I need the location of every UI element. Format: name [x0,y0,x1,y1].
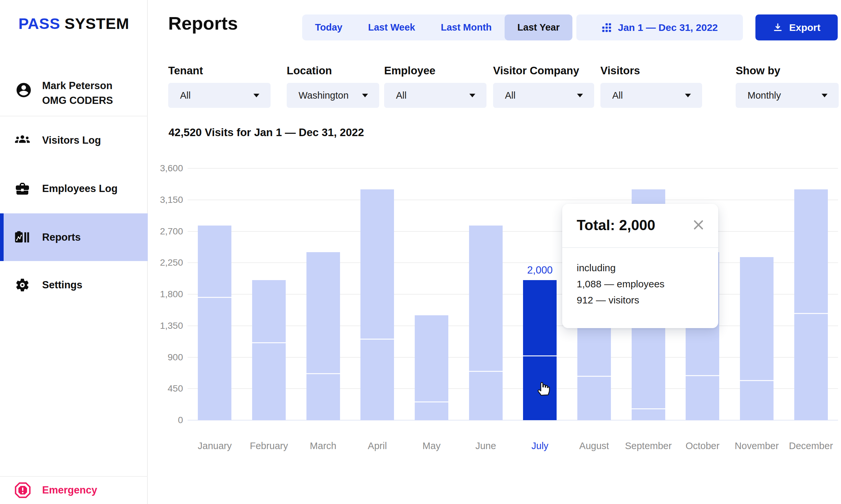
y-tick-label: 2,700 [128,226,183,237]
segment-divider [415,401,448,402]
tooltip-employees: 1,088 — employees [577,276,704,292]
segment-divider [632,408,665,409]
visitor-company-select[interactable]: All [493,83,594,108]
segment-divider [252,342,286,343]
sidebar-item-label: Reports [42,231,81,243]
sidebar-item-label: Visitors Log [42,134,101,146]
gridline [188,200,838,200]
download-icon [773,22,783,33]
bar-july[interactable] [523,280,556,420]
tab-today[interactable]: Today [302,15,355,40]
select-value: All [612,90,623,101]
segment-divider [523,355,556,356]
tab-last-month[interactable]: Last Month [428,15,504,40]
y-tick-label: 0 [128,415,183,426]
location-select[interactable]: Washington [287,83,379,108]
visits-summary: 42,520 Visits for Jan 1 — Dec 31, 2022 [169,126,364,139]
chevron-down-icon [469,94,475,97]
gear-icon [15,277,30,293]
segment-divider [306,373,340,374]
bar-may[interactable] [415,315,448,420]
sidebar-item-settings[interactable]: Settings [0,265,148,305]
tooltip-body: including 1,088 — employees 912 — visito… [562,248,718,308]
report-chart-icon [15,230,30,245]
filter-employee: Employee All [384,65,486,108]
sidebar-item-visitors-log[interactable]: Visitors Log [0,121,148,160]
filter-label: Tenant [168,65,271,77]
sidebar-item-reports[interactable]: Reports [0,213,148,261]
chevron-down-icon [577,94,583,97]
tooltip-title: Total: 2,000 [577,217,655,233]
export-label: Export [789,22,820,33]
cursor-pointer-icon [534,379,552,397]
y-tick-label: 3,150 [128,195,183,205]
bar-december[interactable] [794,190,828,420]
visitors-group-icon [15,132,30,148]
gridline [188,168,838,169]
export-button[interactable]: Export [755,15,838,40]
tenant-select[interactable]: All [168,83,271,108]
select-value: All [396,90,407,101]
y-tick-label: 1,350 [128,321,183,331]
user-company: OMG CODERS [42,95,113,106]
select-value: Monthly [748,90,781,101]
bar-february[interactable] [252,280,286,420]
close-icon[interactable] [692,218,705,231]
sidebar-item-employees-log[interactable]: Employees Log [0,169,148,209]
bar-june[interactable] [469,226,503,420]
visitors-select[interactable]: All [600,83,702,108]
user-name: Mark Peterson OMG CODERS [42,78,113,108]
bar-january[interactable] [198,226,231,420]
filter-visitors: Visitors All [600,65,702,108]
bar-august[interactable] [577,319,611,420]
bar-april[interactable] [360,190,394,420]
sidebar-item-label: Settings [42,279,82,291]
sidebar: PASS SYSTEM Mark Peterson OMG CODERS Vis… [0,0,148,504]
chevron-down-icon [822,94,827,97]
x-tick-label-december: December [778,440,841,451]
filter-visitor-company: Visitor Company All [493,65,594,108]
date-range-picker[interactable]: Jan 1 — Dec 31, 2022 [576,15,743,40]
bar-november[interactable] [740,257,773,420]
app-window: PASS SYSTEM Mark Peterson OMG CODERS Vis… [0,0,841,504]
filter-location: Location Washington [287,65,379,108]
tab-last-year[interactable]: Last Year [504,15,572,40]
calendar-grid-icon [601,22,612,33]
filter-label: Visitor Company [493,65,594,77]
sidebar-divider [0,116,148,116]
show-by-select[interactable]: Monthly [736,83,839,108]
segment-divider [577,376,611,377]
bar-march[interactable] [306,252,340,420]
y-tick-label: 450 [128,383,183,394]
filter-label: Visitors [600,65,702,77]
filter-label: Employee [384,65,486,77]
logo-primary: PASS [18,15,60,32]
emergency-button[interactable]: Emergency [0,476,148,504]
gridline [188,231,838,232]
segment-divider [360,339,394,340]
tab-last-week[interactable]: Last Week [355,15,428,40]
filter-show-by: Show by Monthly [736,65,839,108]
segment-divider [740,380,773,381]
y-tick-label: 3,600 [128,163,183,174]
filter-label: Location [287,65,379,77]
segment-divider [469,371,503,372]
briefcase-icon [15,181,30,197]
date-range-label: Jan 1 — Dec 31, 2022 [618,22,718,33]
select-value: All [505,90,515,101]
chevron-down-icon [254,94,259,97]
emergency-label: Emergency [42,484,97,496]
filter-tenant: Tenant All [168,65,271,108]
period-tabs: Today Last Week Last Month Last Year [302,15,572,40]
select-value: Washington [298,90,348,101]
page-title: Reports [168,13,238,34]
select-value: All [180,90,191,101]
chevron-down-icon [685,94,691,97]
segment-divider [794,313,828,314]
bar-chart: JanuaryFebruaryMarchAprilMayJuneJuly2,00… [188,168,838,420]
segment-divider [686,375,719,376]
employee-select[interactable]: All [384,83,486,108]
segment-divider [198,297,231,298]
user-profile[interactable]: Mark Peterson OMG CODERS [0,73,148,116]
y-tick-label: 1,800 [128,289,183,300]
